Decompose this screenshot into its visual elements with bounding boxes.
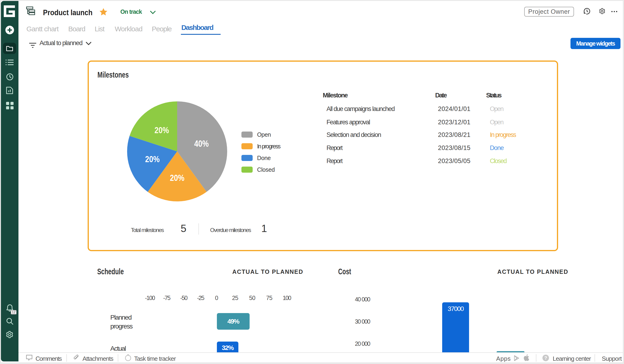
svg-text:20%: 20% [170, 173, 184, 183]
svg-text:20%: 20% [145, 155, 160, 164]
svg-text:40%: 40% [194, 139, 209, 149]
svg-text:20%: 20% [155, 126, 169, 135]
